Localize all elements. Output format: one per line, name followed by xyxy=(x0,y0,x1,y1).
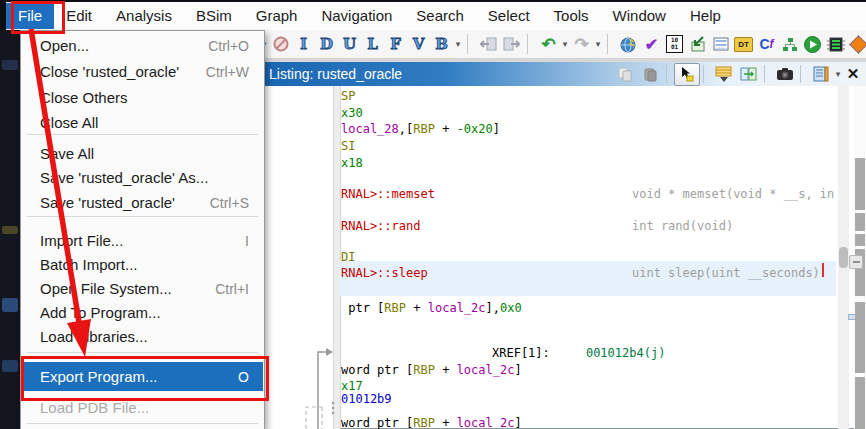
copy-icon xyxy=(613,63,638,85)
listing-row[interactable]: 01012b9 xyxy=(341,392,392,406)
listing-disassembly[interactable]: SPx30local_28,[RBP + -0x20]SIx18RNAL>::m… xyxy=(262,86,838,429)
listing-token: ], xyxy=(486,301,500,315)
splitter-handle[interactable] xyxy=(849,255,863,269)
menu-item-open[interactable]: Open...Ctrl+O xyxy=(22,33,263,58)
menu-window[interactable]: Window xyxy=(601,3,678,29)
scrollbar-thumb[interactable] xyxy=(839,247,848,268)
toolbar-letter-d-button[interactable]: D xyxy=(315,35,338,53)
run-play-icon[interactable] xyxy=(801,32,824,56)
toolbar-letter-f-button[interactable]: F xyxy=(384,35,407,53)
menu-item-open-file-system[interactable]: Open File System...Ctrl+I xyxy=(22,276,263,301)
menu-graph[interactable]: Graph xyxy=(244,3,310,29)
diamond-icon[interactable] xyxy=(847,32,866,56)
menu-help[interactable]: Help xyxy=(678,3,733,29)
menu-item-save[interactable]: Save 'rusted_oracle'Ctrl+S xyxy=(22,190,263,215)
menu-search[interactable]: Search xyxy=(404,3,476,29)
titlebar-separator xyxy=(703,65,711,83)
toolbar-letter-l-button[interactable]: L xyxy=(361,35,384,53)
function-graph-icon[interactable] xyxy=(778,32,801,56)
toolbar-separator xyxy=(527,34,537,54)
menu-item-load-pdb: Load PDB File... xyxy=(22,395,263,420)
listing-row[interactable]: word ptr [RBP + local_2c] xyxy=(341,363,522,377)
chevron-down-icon[interactable]: ▾ xyxy=(453,39,463,49)
listing-row[interactable]: x30 xyxy=(341,106,363,120)
menu-edit[interactable]: Edit xyxy=(54,3,104,29)
menu-navigation[interactable]: Navigation xyxy=(309,3,404,29)
listing-row[interactable]: x18 xyxy=(341,156,363,170)
binary-view-icon[interactable]: 10 01 xyxy=(663,32,686,56)
listing-token: + xyxy=(406,301,428,315)
menu-item-export-program[interactable]: Export Program...O xyxy=(22,362,263,391)
menu-tools[interactable]: Tools xyxy=(542,3,601,29)
listing-token: word ptr [ xyxy=(341,363,413,377)
function-signature: uint sleep(uint __seconds) xyxy=(632,266,820,280)
menu-item-close-others[interactable]: Close Others xyxy=(22,85,263,110)
listing-row[interactable]: RNAL>::memset xyxy=(341,187,435,201)
toolbar-letter-b-button[interactable]: B xyxy=(430,35,453,53)
memory-chip-icon[interactable] xyxy=(824,32,847,56)
toolbar-letter-i-button[interactable]: I xyxy=(292,35,315,53)
cf-c-text: C xyxy=(759,36,769,52)
toolbar-letter-v-button[interactable]: V xyxy=(407,35,430,53)
text-cursor xyxy=(822,263,824,277)
cursor-location-toggle-button[interactable] xyxy=(674,63,700,86)
chevron-down-icon[interactable]: ▾ xyxy=(560,39,570,49)
chevron-down-icon[interactable]: ▾ xyxy=(833,69,843,79)
menu-separator xyxy=(27,134,258,135)
menu-item-save-as[interactable]: Save 'rusted_oracle' As... xyxy=(22,165,263,190)
menu-item-close-program[interactable]: Close 'rusted_oracle'Ctrl+W xyxy=(22,59,263,84)
listing-token: 001012b4(j) xyxy=(586,346,665,360)
menu-item-close-all[interactable]: Close All xyxy=(22,110,263,135)
background-icon-blip xyxy=(2,60,18,70)
close-icon[interactable]: ✕ xyxy=(843,63,863,85)
listing-row[interactable]: DI xyxy=(341,250,355,264)
checkout-icon xyxy=(477,32,500,56)
listing-row[interactable]: local_28,[RBP + -0x20] xyxy=(341,122,500,136)
memory-map-icon[interactable] xyxy=(709,32,732,56)
toolbar-separator xyxy=(467,34,477,54)
edit-fields-icon[interactable] xyxy=(711,63,736,85)
cf-function-icon[interactable]: Cf xyxy=(755,32,778,56)
toolbar-letter-u-button[interactable]: U xyxy=(338,35,361,53)
cf-f-text: f xyxy=(770,37,774,51)
menu-item-add-to-program[interactable]: Add To Program... xyxy=(22,300,263,325)
listing-title-bar: Listing: rusted_oracle ▾ ✕ xyxy=(262,62,866,86)
listing-row[interactable]: SI xyxy=(341,139,355,153)
listing-row[interactable]: x17 xyxy=(341,379,363,393)
overview-code-mark xyxy=(855,377,865,429)
chevron-down-icon: ▾ xyxy=(593,39,603,49)
background-selection-blip xyxy=(2,360,18,372)
diff-view-icon[interactable] xyxy=(736,63,761,85)
menu-analysis[interactable]: Analysis xyxy=(104,3,184,29)
globe-script-icon[interactable] xyxy=(617,32,640,56)
listing-row[interactable]: word ptr [RBP + local_2c] xyxy=(341,416,522,429)
listing-token: DI xyxy=(341,250,355,264)
listing-row[interactable]: RNAL>::rand xyxy=(341,219,420,233)
listing-token xyxy=(550,346,586,360)
listing-token: word ptr [ xyxy=(341,416,413,429)
menu-item-import-file[interactable]: Import File...I xyxy=(22,228,263,253)
listing-row[interactable]: SP xyxy=(341,89,355,103)
listing-row[interactable]: RNAL>::sleep xyxy=(341,266,428,280)
function-signature: void * memset(void * __s, in xyxy=(632,187,834,201)
menu-item-load-libraries[interactable]: Load Libraries... xyxy=(22,324,263,349)
listing-token: RBP xyxy=(413,122,435,136)
menu-item-batch-import[interactable]: Batch Import... xyxy=(22,252,263,277)
overview-code-mark xyxy=(855,302,865,373)
listing-token: + xyxy=(435,416,457,429)
listing-options-icon[interactable] xyxy=(808,63,833,85)
menu-file[interactable]: File xyxy=(6,3,54,29)
menu-bsim[interactable]: BSim xyxy=(184,3,244,29)
undo-icon[interactable]: ↶ xyxy=(537,32,560,56)
data-type-manager-icon[interactable]: DT xyxy=(732,32,755,56)
clear-color-icon[interactable] xyxy=(269,32,292,56)
background-selection-blip xyxy=(2,298,18,312)
menu-select[interactable]: Select xyxy=(476,3,542,29)
validate-check-icon[interactable]: ✔ xyxy=(640,32,663,56)
snapshot-camera-icon[interactable] xyxy=(772,63,797,85)
listing-row[interactable]: ptr [RBP + local_2c],0x0 xyxy=(341,301,522,315)
listing-row[interactable]: XREF[1]: 001012b4(j) xyxy=(492,346,665,360)
import-export-icon[interactable] xyxy=(686,32,709,56)
menu-item-save-all[interactable]: Save All xyxy=(22,141,263,166)
listing-token: x17 xyxy=(341,379,363,393)
